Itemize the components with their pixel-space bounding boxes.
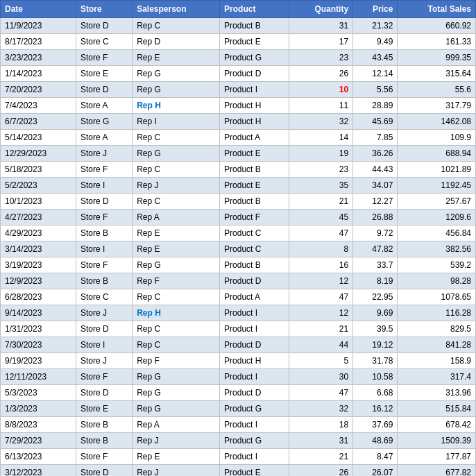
table-cell: Rep J [133,465,220,477]
header-store: Store [76,1,133,18]
table-cell: Rep E [133,241,220,257]
table-cell: Rep H [133,305,220,321]
table-cell: Rep E [133,50,220,66]
table-cell: Rep E [133,449,220,465]
table-row: 10/1/2023Store DRep CProduct B2112.27257… [1,194,476,210]
table-cell: Store I [76,337,133,353]
table-cell: 17 [289,34,353,50]
table-cell: 22.95 [353,289,398,305]
table-cell: 31 [289,18,353,34]
table-cell: 21 [289,194,353,210]
table-cell: 3/19/2023 [1,257,76,273]
table-cell: 8/8/2023 [1,417,76,433]
table-cell: Rep I [133,114,220,130]
table-cell: Product C [220,241,289,257]
table-cell: Product B [220,162,289,178]
table-cell: 47.82 [353,241,398,257]
table-cell: Store J [76,305,133,321]
table-cell: 8 [289,241,353,257]
table-cell: 1509.39 [398,433,476,449]
table-cell: 1021.89 [398,162,476,178]
header-total-sales: Total Sales [398,1,476,18]
table-cell: 19.12 [353,337,398,353]
table-cell: 9.49 [353,34,398,50]
table-cell: 98.28 [398,273,476,289]
table-cell: 4/27/2023 [1,210,76,226]
table-cell: 47 [289,385,353,401]
table-cell: 456.84 [398,226,476,241]
table-cell: Store I [76,178,133,194]
table-row: 1/3/2023Store ERep GProduct G3216.12515.… [1,401,476,417]
table-row: 12/11/2023Store FRep GProduct I3010.5831… [1,369,476,385]
table-row: 6/7/2023Store GRep IProduct H3245.691462… [1,114,476,130]
table-cell: 161.33 [398,34,476,50]
table-row: 7/30/2023Store IRep CProduct D4419.12841… [1,337,476,353]
table-cell: Rep J [133,178,220,194]
table-row: 11/9/2023Store DRep CProduct B3121.32660… [1,18,476,34]
table-cell: Product B [220,18,289,34]
table-cell: 678.42 [398,417,476,433]
table-cell: Product B [220,194,289,210]
table-cell: Rep A [133,210,220,226]
table-cell: 44 [289,337,353,353]
header-price: Price [353,1,398,18]
table-cell: 48.69 [353,433,398,449]
table-cell: 829.5 [398,321,476,337]
table-cell: 23 [289,162,353,178]
table-cell: Store A [76,98,133,114]
table-cell: 515.84 [398,401,476,417]
table-cell: Store D [76,82,133,98]
table-cell: 7/20/2023 [1,82,76,98]
table-cell: Store B [76,273,133,289]
table-cell: 44.43 [353,162,398,178]
table-cell: 12/9/2023 [1,273,76,289]
sales-table: Date Store Salesperson Product Quantity … [0,0,476,476]
table-cell: 5/3/2023 [1,385,76,401]
table-row: 3/19/2023Store FRep GProduct B1633.7539.… [1,257,476,273]
table-cell: 39.5 [353,321,398,337]
table-cell: Store C [76,289,133,305]
table-cell: Product C [220,226,289,241]
table-cell: Product H [220,114,289,130]
table-row: 5/2/2023Store IRep JProduct E3534.071192… [1,178,476,194]
table-cell: Rep C [133,162,220,178]
table-cell: 158.9 [398,353,476,369]
table-row: 9/14/2023Store JRep HProduct I129.69116.… [1,305,476,321]
table-cell: 12/11/2023 [1,369,76,385]
table-cell: Product H [220,98,289,114]
table-cell: Product I [220,449,289,465]
table-cell: 19 [289,146,353,162]
table-cell: 10 [289,82,353,98]
table-cell: 8/17/2023 [1,34,76,50]
table-cell: Rep H [133,98,220,114]
table-cell: 4/29/2023 [1,226,76,241]
table-cell: Rep A [133,417,220,433]
table-cell: Store D [76,18,133,34]
table-row: 1/14/2023Store ERep GProduct D2612.14315… [1,66,476,82]
table-cell: 9/19/2023 [1,353,76,369]
table-cell: 12 [289,305,353,321]
table-cell: 16 [289,257,353,273]
table-cell: Store D [76,385,133,401]
table-cell: 7.85 [353,130,398,146]
table-cell: Store E [76,66,133,82]
table-cell: 12 [289,273,353,289]
table-cell: Store F [76,449,133,465]
table-cell: Product A [220,289,289,305]
table-cell: Store F [76,369,133,385]
table-cell: 257.67 [398,194,476,210]
table-row: 5/3/2023Store DRep GProduct D476.68313.9… [1,385,476,401]
table-cell: Rep F [133,353,220,369]
table-cell: 55.6 [398,82,476,98]
table-row: 7/20/2023Store DRep GProduct I105.5655.6 [1,82,476,98]
table-row: 6/13/2023Store FRep EProduct I218.47177.… [1,449,476,465]
table-cell: 45 [289,210,353,226]
table-cell: 16.12 [353,401,398,417]
table-cell: 999.35 [398,50,476,66]
table-cell: Product I [220,305,289,321]
table-row: 4/27/2023Store FRep AProduct F4526.88120… [1,210,476,226]
table-cell: 382.56 [398,241,476,257]
table-cell: Store D [76,321,133,337]
table-row: 7/4/2023Store ARep HProduct H1128.89317.… [1,98,476,114]
table-cell: Rep C [133,18,220,34]
